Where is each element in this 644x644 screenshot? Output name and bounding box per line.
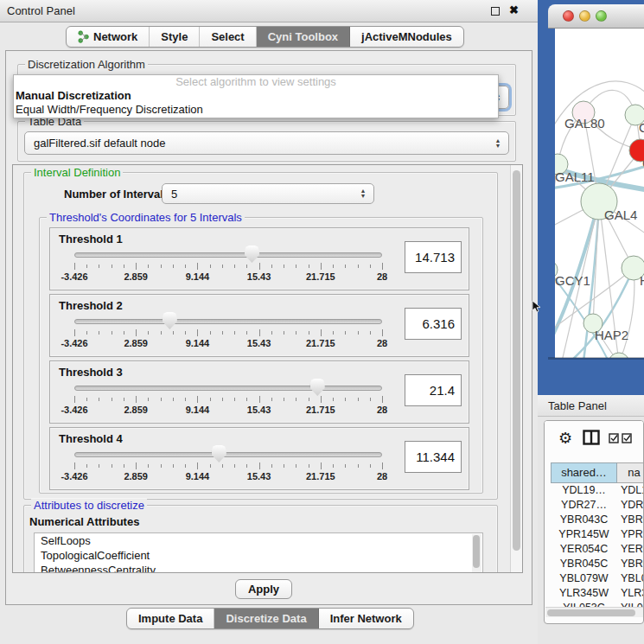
tab-discretize-data[interactable]: Discretize Data — [214, 609, 318, 628]
algorithm-option-manual-discretization[interactable]: Manual Discretization — [14, 89, 498, 103]
screenshot-stage: Control Panel ✖ NetworkStyleSelectCyni T… — [0, 0, 644, 644]
slider-thumb[interactable] — [163, 312, 177, 329]
cell-name[interactable]: YPR1 — [617, 527, 644, 542]
node-label: GCY1 — [555, 273, 590, 288]
cell-shared-name[interactable]: YER054C — [551, 542, 617, 557]
table-data-combo-value: galFiltered.sif default node — [34, 137, 165, 150]
table-panel-area: ⚙ shared… na YDL19…YDL1YDR27…YDR2YBR0 — [538, 417, 644, 644]
tab-jactivemnodules[interactable]: jActiveMNodules — [350, 27, 463, 47]
algorithm-hint-item[interactable]: Select algorithm to view settings — [14, 75, 498, 89]
attributes-scrollbar[interactable] — [472, 534, 481, 573]
slider-track[interactable] — [74, 252, 382, 258]
mac-minimize-icon[interactable] — [579, 10, 590, 22]
table-data-combobox[interactable]: galFiltered.sif default node ▲▼ — [24, 131, 509, 155]
network-icon — [78, 30, 89, 43]
threshold-label: Threshold 2 — [59, 299, 123, 312]
node-label: GAL4 — [604, 207, 637, 222]
threshold-value-field[interactable]: 6.316 — [405, 308, 462, 340]
slider-tick-labels: -3.4262.8599.14415.4321.71528 — [74, 405, 382, 416]
interval-definition-title: Interval Definition — [31, 166, 123, 179]
cell-name[interactable]: YDR2 — [617, 498, 644, 513]
column-header-shared[interactable]: shared… — [551, 462, 617, 483]
cell-shared-name[interactable]: YDR27… — [551, 498, 617, 513]
slider-thumb[interactable] — [245, 245, 259, 263]
tab-style[interactable]: Style — [150, 27, 200, 47]
cell-name[interactable]: YBR0 — [617, 557, 644, 571]
node-label: HAP2 — [595, 328, 628, 342]
settings-vertical-scrollbar[interactable] — [510, 165, 522, 572]
tab-network[interactable]: Network — [67, 27, 150, 47]
slider-ticks — [74, 263, 382, 271]
cell-shared-name[interactable]: YBR045C — [551, 557, 617, 571]
table-row[interactable]: YDR27…YDR2 — [551, 498, 644, 513]
column-header-name[interactable]: na — [617, 462, 644, 483]
tab-select[interactable]: Select — [200, 27, 256, 47]
table-row[interactable]: YBR043CYBR0 — [551, 513, 644, 527]
checkbox-icon[interactable] — [622, 433, 633, 443]
top-tab-bar: NetworkStyleSelectCyni ToolboxjActiveMNo… — [66, 26, 464, 48]
thresholds-group-title: Threshold's Coordinates for 5 Intervals — [47, 211, 245, 224]
num-intervals-value: 5 — [171, 188, 177, 201]
table-row[interactable]: YPR145WYPR1 — [551, 527, 644, 542]
threshold-value-field[interactable]: 11.344 — [405, 441, 462, 473]
gear-icon[interactable]: ⚙ — [558, 429, 572, 448]
numerical-attributes-label: Numerical Attributes — [29, 515, 139, 528]
cell-shared-name[interactable]: YDL19… — [551, 483, 617, 498]
tab-cyni-toolbox[interactable]: Cyni Toolbox — [257, 27, 350, 47]
table-panel-title: Table Panel — [548, 399, 607, 412]
settings-scrollpane: Interval Definition Number of Intervals … — [12, 164, 523, 573]
cell-shared-name[interactable]: YLR345W — [551, 586, 617, 601]
checkbox-icon[interactable] — [609, 433, 620, 443]
slider-thumb[interactable] — [310, 379, 325, 396]
network-canvas[interactable]: GAL80GACGAL11GAL4GCY1HHAP2 — [555, 29, 644, 358]
threshold-value-field[interactable]: 21.4 — [405, 374, 462, 406]
mac-close-icon[interactable] — [563, 10, 574, 22]
network-window-titlebar[interactable] — [548, 4, 644, 29]
close-icon[interactable]: ✖ — [509, 3, 519, 16]
num-intervals-combobox[interactable]: 5 ▲▼ — [162, 183, 374, 204]
attribute-item-topologicalcoefficient[interactable]: TopologicalCoefficient — [35, 548, 482, 563]
tab-label: jActiveMNodules — [361, 30, 452, 43]
cell-name[interactable]: YBL0 — [617, 571, 644, 586]
cell-shared-name[interactable]: YBR043C — [551, 513, 617, 527]
slider-track[interactable] — [74, 452, 382, 457]
slider-ticks — [74, 329, 382, 337]
attribute-item-betweennesscentrality[interactable]: BetweennessCentrality — [35, 563, 482, 573]
tab-impute-data[interactable]: Impute Data — [127, 609, 214, 628]
mac-zoom-icon[interactable] — [596, 10, 607, 22]
apply-button[interactable]: Apply — [235, 579, 292, 599]
threshold-value-field[interactable]: 14.713 — [405, 241, 462, 273]
cell-shared-name[interactable]: YPR145W — [551, 527, 617, 542]
table-row[interactable]: YDL19…YDL1 — [551, 483, 644, 498]
cell-name[interactable]: YER0 — [617, 542, 644, 557]
table-header-row: shared… na — [551, 462, 644, 483]
table-row[interactable]: YIL053CYIL0 — [551, 601, 644, 607]
combo-stepper-icon: ▲▼ — [491, 135, 505, 151]
attribute-item-selfloops[interactable]: SelfLoops — [35, 533, 482, 548]
slider-ticks — [74, 462, 382, 470]
slider-track[interactable] — [74, 386, 382, 391]
tab-infer-network[interactable]: Infer Network — [319, 609, 413, 628]
table-row[interactable]: YBL079WYBL0 — [551, 571, 644, 586]
slider-track[interactable] — [74, 319, 382, 324]
threshold-panel-1: Threshold 1-3.4262.8599.14415.4321.71528… — [49, 227, 469, 290]
algorithm-option-equal-width-frequency-discretization[interactable]: Equal Width/Frequency Discretization — [14, 103, 498, 117]
cell-name[interactable]: YLR3 — [617, 586, 644, 601]
mouse-cursor — [532, 300, 541, 313]
slider-thumb[interactable] — [212, 445, 226, 462]
numerical-attributes-list[interactable]: SelfLoopsTopologicalCoefficientBetweenne… — [34, 532, 483, 573]
cell-name[interactable]: YBR0 — [617, 513, 644, 527]
table-row[interactable]: YLR345WYLR3 — [551, 586, 644, 601]
cell-shared-name[interactable]: YBL079W — [551, 571, 617, 586]
split-columns-icon[interactable] — [583, 430, 600, 445]
cell-name[interactable]: YIL0 — [617, 601, 644, 607]
table-horizontal-scrollbar[interactable] — [545, 607, 644, 617]
table-rows: YDL19…YDL1YDR27…YDR2YBR043CYBR0YPR145WYP… — [551, 483, 644, 607]
slider-tick-labels: -3.4262.8599.14415.4321.71528 — [74, 471, 382, 482]
cell-name[interactable]: YDL1 — [617, 483, 644, 498]
table-row[interactable]: YER054CYER0 — [551, 542, 644, 557]
cell-shared-name[interactable]: YIL053C — [551, 601, 617, 607]
float-window-icon[interactable] — [491, 7, 500, 16]
network-graph: GAL80GACGAL11GAL4GCY1HHAP2 — [555, 29, 644, 358]
table-row[interactable]: YBR045CYBR0 — [551, 557, 644, 571]
